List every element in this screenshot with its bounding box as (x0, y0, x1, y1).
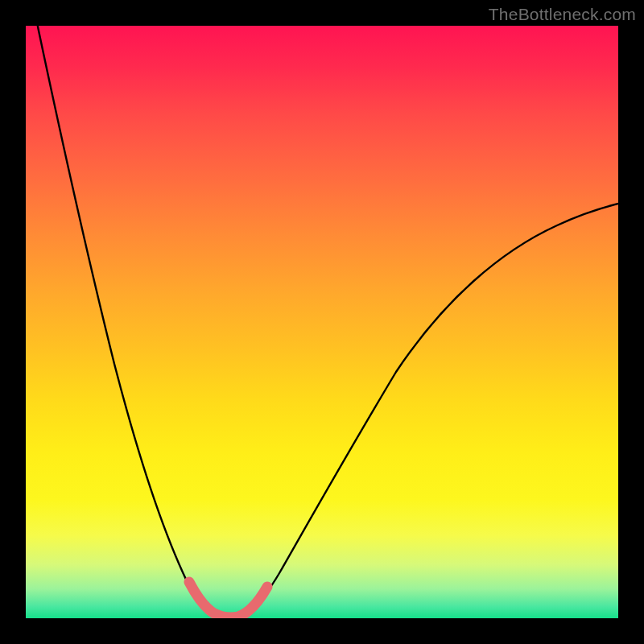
chart-frame: TheBottleneck.com (0, 0, 644, 644)
watermark-text: TheBottleneck.com (489, 5, 636, 24)
bottleneck-curve-svg (26, 26, 618, 618)
plot-area (26, 26, 618, 618)
rounded-highlight (189, 582, 267, 617)
bottleneck-curve (38, 26, 618, 618)
